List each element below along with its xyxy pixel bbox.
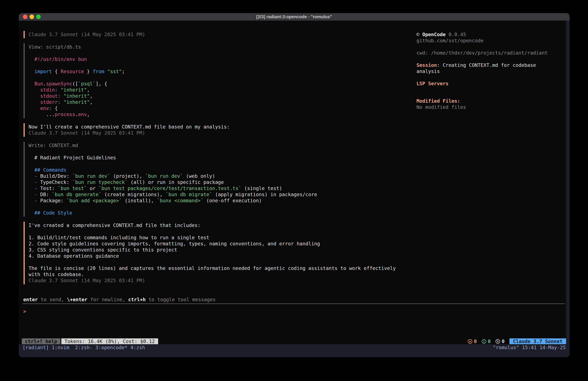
sidebar-section-app-info: © OpenCode 0.0.45github.com/sst/opencode [417,31,565,44]
terminal-line: Claude 3.7 Sonnet (14 May 2025 03:41 PM) [29,277,396,284]
text-segment: Modified Files: [417,98,460,104]
info-count: 0 [488,338,491,344]
warnings-count: 0 [474,338,477,344]
text-segment: ## Code Style [34,210,72,216]
text-segment [29,198,34,203]
text-segment [105,69,107,74]
terminal-line: env: { [29,105,125,112]
text-segment: Test: [40,185,58,191]
text-segment [29,167,34,173]
text-segment [58,87,61,93]
text-segment: - [34,185,40,191]
text-segment: TypeCheck: [40,179,72,185]
terminal-line: - TypeCheck: `bun run typecheck` (all) o… [29,179,317,185]
text-segment: (apply migrations) in packages/core [212,192,317,197]
text-segment: `bun run dev` [72,173,110,179]
tmux-window-list[interactable]: [radiant] 1:nvim 2:zsh- 3:opencode* 4:zs… [22,344,145,351]
text-segment: - [34,192,40,197]
terminal-line: Claude 3.7 Sonnet (14 May 2025 03:41 PM) [29,31,145,38]
model-badge[interactable]: Claude 3.7 Sonnet [509,338,566,344]
text-segment: stdout [40,93,58,99]
text-segment: 1. Build/lint/test commands including ho… [29,235,209,240]
text-segment: : [58,99,61,105]
text-segment: spawnSync [46,81,72,87]
prompt-input[interactable]: > [23,308,26,314]
terminal-line: Bun.spawnSync([`psql`], { [29,81,125,87]
text-segment: Resource [61,69,84,74]
text-segment [29,173,34,179]
message-block: Now I'll create a comprehensive CONTEXT.… [23,123,411,137]
status-bar: ctrl+? help Tokens: 16.4K (8%), Cost: $0… [19,338,566,344]
block-body: Claude 3.7 Sonnet (14 May 2025 03:41 PM) [29,31,145,38]
text-segment: { [52,105,58,111]
terminal-line [29,50,125,56]
terminal-line: with this codebase. [29,271,396,277]
close-button[interactable] [23,15,27,19]
text-segment: 2. Code style guidelines covering import… [29,241,320,247]
text-segment: "inherit" [61,87,87,93]
terminal-line [29,62,125,68]
terminal-line: ## Code Style [29,210,317,216]
input-divider [22,304,565,304]
warnings-counter: w0 [468,338,477,344]
sidebar-line: LSP Servers [417,81,565,87]
text-segment: `bunx <command>` [157,198,204,203]
chat-log: Claude 3.7 Sonnet (14 May 2025 03:41 PM)… [23,31,411,289]
zoom-button[interactable] [36,15,41,19]
terminal-line: import { Resource } from "sst"; [29,68,125,75]
terminal-line [29,149,317,155]
tool-block: Write: CONTEXT.md # Radiant Project Guid… [23,142,411,217]
tool-accent-bar [23,43,25,118]
terminal-line: View: script/db.ts [29,44,125,50]
hints-count: 0 [502,338,504,344]
text-segment: `bun run dev` [145,173,183,179]
text-segment: DB: [40,192,52,197]
tokens-cost-chip: Tokens: 16.4K (8%), Cost: $0.12 [61,338,158,344]
text-segment: `bun add <package>` [66,198,122,203]
sidebar-line: © OpenCode 0.0.45 [417,31,565,38]
block-body: View: script/db.ts #!/usr/bin/env bun im… [29,43,125,118]
tmux-status-bar: [radiant] 1:nvim 2:zsh- 3:opencode* 4:zs… [19,344,570,357]
prompt-caret: > [23,309,26,314]
text-segment: `bun test packages/core/test/transaction… [99,185,241,191]
sidebar-section-session: Session: Creating CONTEXT.md for codebas… [417,62,565,74]
terminal-line [29,75,125,81]
text-segment: process [55,112,75,117]
terminal-line: - DB: `bun db generate` (create migratio… [29,191,317,198]
minimize-button[interactable] [30,15,34,19]
text-segment: { [52,69,61,74]
terminal-line: - Build/Dev: `bun run dev` (project), `b… [29,173,317,179]
terminal-line: Claude 3.7 Sonnet (14 May 2025 03:41 PM) [29,130,230,136]
text-segment: Session [417,62,437,68]
terminal-line: I've created a comprehensive CONTEXT.md … [29,222,396,228]
text-segment: env [78,112,87,117]
text-segment: . [75,112,78,117]
text-segment: `bun run typecheck` [72,179,128,185]
text-segment: Build/Dev: [40,173,72,179]
window-titlebar[interactable]: [2/3] radiant:3:opencode - "romulus" [19,13,570,21]
text-segment: `psql` [78,81,96,87]
text-segment: #!/usr/bin/env bun [29,56,87,62]
sidebar-line: Modified Files: [417,98,565,104]
text-segment: `bun test` [58,185,87,191]
text-segment: - [34,173,40,179]
text-segment: 0.0.45 [446,32,466,37]
text-segment: (create migrations), [102,192,166,197]
diagnostic-counters: w0i0h0 [468,338,504,344]
terminal-line: #!/usr/bin/env bun [29,56,125,62]
sidebar-line: cwd: /home/thdxr/dev/projects/radiant/ra… [417,50,565,56]
terminal-window: [2/3] radiant:3:opencode - "romulus" Cla… [19,13,570,357]
text-segment: enter [23,297,38,302]
text-segment [29,179,34,185]
terminal-line: 4. Database operations guidance [29,253,396,259]
traffic-lights [23,13,41,21]
hints-icon: h [496,339,500,344]
text-segment: : Creating CONTEXT.md for codebase [437,62,536,68]
text-segment: Claude 3.7 Sonnet (14 May 2025 03:41 PM) [29,32,145,37]
text-segment: © [417,32,422,37]
terminal-line: stderr: "inherit", [29,99,125,105]
sidebar-line: analysis [417,68,565,74]
text-segment [29,99,40,105]
info-icon: i [482,339,486,344]
text-segment: (web only) [183,173,215,179]
